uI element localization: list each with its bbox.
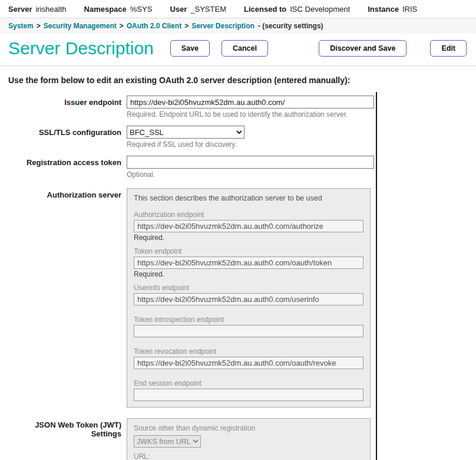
licensed-to-label: Licensed to (244, 5, 286, 14)
spacer (134, 369, 363, 374)
instance-label: Instance (368, 5, 399, 14)
ssl-configuration-select[interactable]: BFC_SSL (127, 126, 244, 139)
token-introspection-endpoint-label: Token introspection endpoint (134, 316, 363, 324)
edit-button[interactable]: Edit (430, 40, 467, 57)
issuer-endpoint-input[interactable] (127, 96, 374, 109)
spacer (134, 305, 363, 310)
namespace-value: %SYS (130, 5, 153, 14)
discover-and-save-button[interactable]: Discover and Save (319, 40, 406, 57)
ssl-configuration-label: SSL/TLS configuration (8, 126, 121, 149)
token-endpoint-help: Required. (134, 270, 363, 278)
registration-access-token-control: Optional. (127, 156, 374, 179)
jwt-source-label: Source other than dynamic registration (134, 424, 363, 432)
registration-access-token-row: Registration access token Optional. (8, 156, 373, 179)
authorization-server-row: Authorization server This section descri… (8, 188, 373, 408)
form-intro-text: Use the form below to edit an existing O… (0, 66, 476, 92)
token-endpoint-input (134, 257, 363, 269)
breadcrumb-current: - (security settings) (258, 22, 323, 30)
instance-info: InstanceIRIS (368, 5, 417, 14)
end-session-endpoint-label: End session endpoint (134, 379, 363, 387)
spacer (134, 337, 363, 342)
licensed-to-value: ISC Development (290, 5, 350, 14)
authorization-endpoint-help: Required. (134, 234, 363, 242)
jwt-settings-row: JSON Web Token (JWT) Settings Source oth… (8, 418, 373, 460)
namespace-label: Namespace (84, 5, 127, 14)
breadcrumb-link-system[interactable]: System (8, 22, 34, 30)
token-revocation-endpoint-input (134, 357, 363, 369)
jwt-settings-box: Source other than dynamic registration J… (127, 418, 371, 460)
issuer-endpoint-row: Issuer endpoint Required. Endpoint URL t… (8, 96, 373, 119)
issuer-endpoint-help: Required. Endpoint URL to be used to ide… (127, 110, 374, 119)
breadcrumb-link-oauth-client[interactable]: OAuth 2.0 Client (127, 22, 181, 30)
breadcrumb-separator: > (184, 22, 189, 30)
token-revocation-endpoint-label: Token revocation endpoint (134, 347, 363, 356)
right-button-group: Discover and Save Edit (319, 40, 468, 57)
save-button[interactable]: Save (170, 40, 210, 57)
jwt-url-label: URL: (134, 452, 363, 460)
user-info: User_SYSTEM (170, 5, 226, 14)
user-value: _SYSTEM (190, 5, 226, 14)
authorization-server-description: This section describes the authorization… (134, 194, 363, 202)
authorization-server-control: This section describes the authorization… (127, 188, 373, 408)
registration-access-token-label: Registration access token (8, 156, 121, 179)
ssl-configuration-row: SSL/TLS configuration BFC_SSL Required i… (8, 126, 373, 149)
server-description-form: Issuer endpoint Required. Endpoint URL t… (8, 92, 377, 460)
authorization-endpoint-input (134, 220, 363, 232)
ssl-configuration-control: BFC_SSL Required if SSL used for discove… (127, 126, 373, 149)
token-introspection-endpoint-input (134, 325, 363, 337)
authorization-server-box: This section describes the authorization… (127, 188, 371, 408)
userinfo-endpoint-input (134, 293, 363, 305)
breadcrumb-separator: > (37, 22, 41, 30)
end-session-endpoint-input (134, 389, 363, 401)
authorization-endpoint-label: Authorization endpoint (134, 211, 363, 219)
server-info: Serveririshealth (8, 5, 67, 14)
server-label: Server (8, 5, 32, 14)
authorization-server-label: Authorization server (8, 188, 121, 408)
userinfo-endpoint-label: Userinfo endpoint (134, 284, 363, 292)
breadcrumb-link-security-management[interactable]: Security Management (44, 22, 117, 30)
cancel-button[interactable]: Cancel (222, 40, 268, 57)
registration-access-token-input[interactable] (127, 156, 374, 169)
registration-access-token-help: Optional. (127, 170, 374, 179)
namespace-info: Namespace%SYS (84, 5, 153, 14)
server-value: irishealth (35, 5, 66, 14)
breadcrumb-link-server-description[interactable]: Server Description (191, 22, 254, 30)
issuer-endpoint-label: Issuer endpoint (8, 96, 121, 119)
issuer-endpoint-control: Required. Endpoint URL to be used to ide… (127, 96, 374, 119)
ssl-configuration-help: Required if SSL used for discovery. (127, 140, 373, 149)
page-title: Server Description (8, 38, 154, 58)
top-info-bar: Serveririshealth Namespace%SYS User_SYST… (0, 0, 476, 18)
breadcrumb: System>Security Management>OAuth 2.0 Cli… (0, 18, 476, 34)
title-row: Server Description Save Cancel Discover … (0, 34, 476, 66)
jwt-settings-control: Source other than dynamic registration J… (127, 418, 373, 460)
user-label: User (170, 5, 187, 14)
jwt-source-select[interactable]: JWKS from URL (134, 435, 201, 448)
jwt-settings-label: JSON Web Token (JWT) Settings (8, 418, 121, 460)
token-endpoint-label: Token endpoint (134, 247, 363, 255)
instance-value: IRIS (402, 5, 417, 14)
breadcrumb-separator: > (120, 22, 124, 30)
licensed-to-info: Licensed toISC Development (244, 5, 350, 14)
